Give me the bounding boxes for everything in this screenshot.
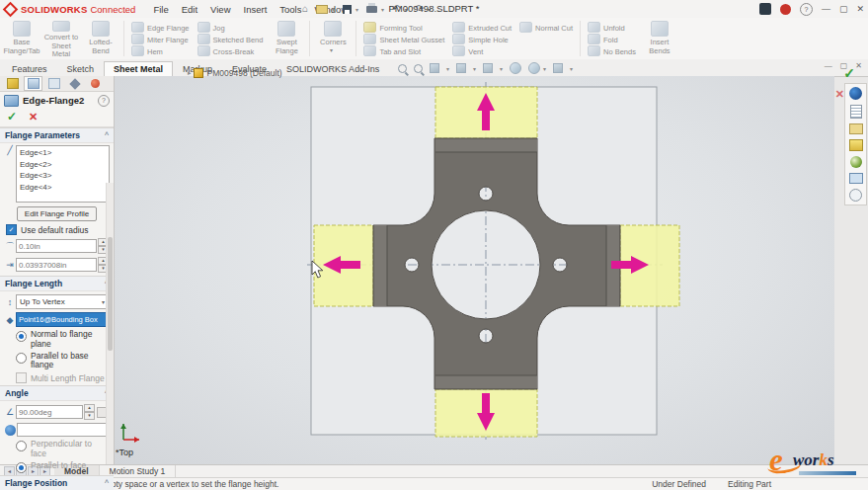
featuremanager-tab[interactable]	[3, 76, 22, 91]
confirm-cancel-icon[interactable]: ✕	[835, 88, 844, 101]
flange-length-header[interactable]: Flange Length ^	[0, 276, 114, 291]
hem-button[interactable]: Hem	[131, 45, 190, 57]
sketched-bend-button[interactable]: Sketched Bend	[197, 34, 264, 45]
3dexperience-icon[interactable]	[759, 3, 771, 15]
notification-icon[interactable]	[780, 4, 791, 15]
edge-item[interactable]: Edge<3>	[20, 170, 106, 182]
menu-file[interactable]: File	[153, 4, 168, 15]
miter-flange-button[interactable]: Miter Flange	[131, 34, 190, 45]
hide-show-items-icon[interactable]	[510, 62, 521, 74]
file-explorer-icon[interactable]	[849, 123, 863, 134]
flange-parameters-header[interactable]: Flange Parameters ^	[0, 127, 114, 143]
edge-item[interactable]: Edge<2>	[20, 159, 106, 171]
zoom-to-fit-icon[interactable]	[398, 64, 407, 73]
graphics-viewport[interactable]: *Top	[114, 76, 834, 464]
caret-icon[interactable]: ▾	[570, 65, 573, 72]
view-settings-icon[interactable]	[553, 63, 563, 73]
no-bends-button[interactable]: No Bends	[588, 45, 636, 57]
caret-icon[interactable]: ▾	[446, 65, 449, 72]
spin-up-icon[interactable]: ▴	[84, 404, 95, 412]
cancel-button[interactable]: ✕	[29, 111, 38, 123]
forming-tool-button[interactable]: Forming Tool	[363, 22, 444, 34]
pm-help-icon[interactable]: ?	[98, 95, 110, 107]
reference-face-field[interactable]	[17, 423, 109, 437]
vent-button[interactable]: Vent	[452, 45, 512, 57]
radio-icon[interactable]	[16, 441, 27, 451]
print-icon[interactable]	[366, 6, 377, 13]
angle-header[interactable]: Angle ^	[0, 385, 114, 401]
tab-solidworks-add-ins[interactable]: SOLIDWORKS Add-Ins	[276, 61, 389, 76]
ok-button[interactable]: ✓	[7, 110, 17, 123]
gap-distance-field[interactable]	[16, 258, 97, 272]
menu-edit[interactable]: Edit	[182, 4, 197, 15]
confirm-ok-icon[interactable]: ✓	[843, 65, 855, 81]
displaymanager-tab[interactable]	[86, 76, 105, 91]
spin-down-icon[interactable]: ▾	[84, 412, 95, 420]
radio-selected-icon[interactable]	[16, 462, 27, 473]
convert-to-sheet-metal-button[interactable]: Convert to Sheet Metal	[41, 18, 81, 59]
scrollbar-thumb[interactable]	[108, 237, 113, 351]
doc-close-icon[interactable]: ✕	[855, 61, 862, 70]
dimxpertmanager-tab[interactable]	[65, 76, 84, 91]
base-flange-button[interactable]: Base Flange/Tab	[2, 18, 41, 59]
corners-button[interactable]: Corners▾	[313, 18, 353, 59]
flange-position-header[interactable]: Flange Position ^	[0, 475, 114, 490]
sheet-metal-gusset-button[interactable]: Sheet Metal Gusset	[363, 34, 444, 45]
extruded-cut-button[interactable]: Extruded Cut	[452, 22, 512, 34]
custom-properties-icon[interactable]	[849, 173, 863, 184]
home-icon[interactable]: ⌂	[302, 2, 308, 16]
edit-appearance-icon[interactable]	[528, 62, 540, 74]
minimize-button[interactable]: —	[822, 4, 830, 14]
model-canvas[interactable]	[114, 76, 834, 464]
cross-break-button[interactable]: Cross-Break	[197, 45, 264, 57]
checkbox-icon[interactable]	[16, 372, 27, 383]
propertymanager-tab[interactable]	[24, 76, 42, 91]
open-icon[interactable]	[316, 5, 328, 14]
unfold-button[interactable]: Unfold	[588, 22, 636, 34]
insert-bends-button[interactable]: Insert Bends	[640, 18, 679, 59]
edge-flange-button[interactable]: Edge Flange	[131, 22, 190, 34]
jog-button[interactable]: Jog	[197, 22, 264, 34]
length-type-dropdown[interactable]: Up To Vertex ▾	[16, 294, 109, 309]
caret-icon[interactable]: ▾	[332, 6, 335, 13]
bend-radius-field[interactable]	[16, 239, 97, 253]
parallel-to-base-option[interactable]: Parallel to base flange	[16, 352, 108, 371]
feature-tree-root[interactable]: PM009498 (Default)	[207, 68, 282, 78]
configurationmanager-tab[interactable]	[44, 76, 63, 91]
save-icon[interactable]	[343, 5, 352, 14]
radio-icon[interactable]	[16, 353, 27, 364]
tab-and-slot-button[interactable]: Tab and Slot	[363, 45, 444, 57]
angle-field[interactable]	[16, 405, 83, 419]
display-style-icon[interactable]	[483, 63, 493, 73]
close-button[interactable]: ✕	[856, 4, 864, 14]
menu-insert[interactable]: Insert	[244, 4, 268, 15]
caret-icon[interactable]: ▾	[473, 65, 476, 72]
edge-item[interactable]: Edge<4>	[20, 182, 106, 194]
tab-sketch[interactable]: Sketch	[57, 61, 105, 76]
edit-flange-profile-button[interactable]: Edit Flange Profile	[17, 206, 97, 221]
restore-button[interactable]: ▢	[839, 4, 848, 14]
fold-button[interactable]: Fold	[588, 34, 636, 45]
edge-selection-list[interactable]: Edge<1> Edge<2> Edge<3> Edge<4>	[16, 145, 110, 203]
perpendicular-to-face-option[interactable]: Perpendicular to face	[16, 440, 108, 459]
view-palette-icon[interactable]	[849, 139, 863, 151]
collapse-icon[interactable]: ^	[105, 130, 109, 140]
forum-icon[interactable]	[849, 189, 862, 202]
collapse-icon[interactable]: ^	[105, 478, 109, 488]
zoom-to-area-icon[interactable]	[414, 64, 423, 73]
normal-cut-button[interactable]: Normal Cut	[519, 22, 573, 34]
parallel-to-face-option[interactable]: Parallel to face	[16, 461, 108, 473]
appearances-icon[interactable]	[850, 156, 862, 168]
lofted-bend-button[interactable]: Lofted-Bend	[81, 18, 120, 59]
caret-icon[interactable]: ▾	[381, 6, 384, 13]
simple-hole-button[interactable]: Simple Hole	[452, 34, 512, 45]
vertex-reference-field[interactable]: Point16@Bounding Box	[16, 312, 109, 327]
doc-minimize-icon[interactable]: —	[825, 61, 832, 70]
menu-tools[interactable]: Tools	[279, 4, 301, 15]
caret-icon[interactable]: ▾	[355, 6, 358, 13]
use-default-radius-row[interactable]: ✓ Use default radius	[6, 224, 108, 235]
caret-icon[interactable]: ▾	[500, 65, 503, 72]
tab-features[interactable]: Features	[2, 61, 57, 76]
section-view-icon[interactable]	[430, 63, 439, 73]
caret-icon[interactable]: ▾	[543, 65, 546, 72]
